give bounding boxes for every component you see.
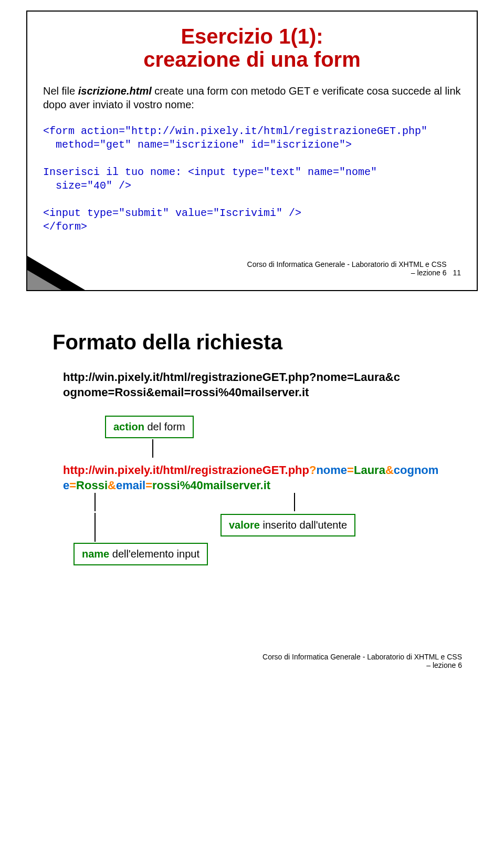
action-box-wrap: action del form	[105, 416, 462, 458]
footer-line1: Corso di Informatica Generale - Laborato…	[247, 260, 447, 269]
lower-diagram: valore inserito dall'utente name dell'el…	[63, 514, 462, 587]
colored-url-block: http://win.pixely.it/html/registrazioneG…	[63, 463, 462, 493]
plain-url-block: http://win.pixely.it/html/registrazioneG…	[63, 370, 462, 400]
name-box-rest: dell'elemento input	[109, 548, 200, 560]
slide-2: Formato della richiesta http://win.pixel…	[26, 312, 478, 680]
url-qmark: ?	[309, 463, 316, 477]
slide-1-title-line2: creazione di una form	[43, 48, 461, 71]
url-eq1: =	[347, 463, 354, 477]
body-prefix: Nel file	[43, 85, 78, 97]
slide-1-title-block: Esercizio 1(1): creazione di una form	[43, 25, 461, 71]
slide-2-title: Formato della richiesta	[52, 331, 462, 354]
url-name1: nome	[316, 463, 347, 477]
connector-line-4-icon	[94, 513, 96, 542]
body-filename: iscrizione.html	[78, 85, 152, 97]
url-amp2: &	[108, 479, 116, 492]
url-value2: Rossi	[76, 479, 108, 492]
url-name3: email	[116, 479, 145, 492]
name-box: name dell'elemento input	[74, 543, 208, 565]
url-eq3: =	[145, 479, 152, 492]
slide-1-title-line1: Esercizio 1(1):	[43, 25, 461, 48]
connector-line-3-icon	[294, 493, 295, 511]
url-line2: ognome=Rossi&email=rossi%40mailserver.it	[63, 386, 309, 399]
page-container: Esercizio 1(1): creazione di una form Ne…	[0, 0, 504, 722]
connector-line-icon	[152, 439, 462, 458]
name-box-kw: name	[82, 548, 109, 560]
corner-triangle-overlay-icon	[27, 270, 61, 290]
footer-main: Corso di Informatica Generale - Laborato…	[247, 260, 447, 277]
connector-line-2-icon	[94, 493, 96, 511]
value-box-rest: inserito dall'utente	[260, 519, 347, 531]
action-box-rest: del form	[144, 421, 185, 432]
url-amp1: &	[385, 463, 394, 477]
slide-1-footer: Corso di Informatica Generale - Laborato…	[43, 260, 461, 277]
footer-line2: – lezione 6	[411, 269, 447, 277]
slide-1: Esercizio 1(1): creazione di una form Ne…	[26, 11, 478, 291]
action-box-kw: action	[113, 421, 144, 432]
page-number: 11	[453, 269, 461, 277]
url-name2a: cognom	[394, 463, 439, 477]
url-eq2: =	[69, 479, 76, 492]
url-line1: http://win.pixely.it/html/registrazioneG…	[63, 370, 400, 384]
value-box: valore inserito dall'utente	[220, 514, 355, 536]
action-box: action del form	[105, 416, 194, 438]
url-action-part: http://win.pixely.it/html/registrazioneG…	[63, 463, 309, 477]
url-name2b: e	[63, 479, 69, 492]
url-value1: Laura	[354, 463, 385, 477]
slide-1-inner: Esercizio 1(1): creazione di una form Ne…	[27, 12, 477, 290]
slide-2-footer: Corso di Informatica Generale - Laborato…	[262, 653, 462, 669]
slide-1-body: Nel file iscrizione.html create una form…	[43, 84, 461, 111]
code-block: <form action="http://win.pixely.it/html/…	[43, 125, 461, 234]
footer2-line1: Corso di Informatica Generale - Laborato…	[262, 653, 462, 661]
value-box-kw: valore	[229, 519, 260, 531]
footer2-line2: – lezione 6	[426, 661, 462, 669]
url-value3: rossi%40mailserver.it	[152, 479, 270, 492]
slide-2-inner: Formato della richiesta http://win.pixel…	[26, 312, 478, 680]
